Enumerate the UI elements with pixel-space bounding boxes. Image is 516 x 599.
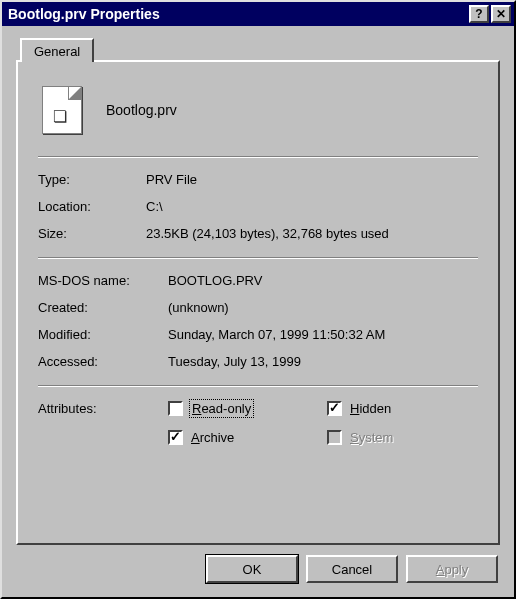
- checkbox-label: System: [350, 430, 393, 445]
- window-title: Bootlog.prv Properties: [8, 6, 467, 22]
- properties-dialog: Bootlog.prv Properties ? ✕ General ❏ Boo…: [0, 0, 516, 599]
- help-button[interactable]: ?: [469, 5, 489, 23]
- document-icon: ❏: [53, 107, 67, 126]
- dosname-label: MS-DOS name:: [38, 273, 168, 288]
- apply-button[interactable]: Apply: [406, 555, 498, 583]
- checkbox-box: [168, 401, 183, 416]
- checkbox-hidden[interactable]: Hidden: [327, 401, 478, 416]
- close-icon: ✕: [496, 8, 506, 20]
- checkbox-box: [327, 430, 342, 445]
- created-label: Created:: [38, 300, 168, 315]
- cancel-label: Cancel: [332, 562, 372, 577]
- accessed-value: Tuesday, July 13, 1999: [168, 354, 478, 369]
- help-icon: ?: [475, 8, 482, 20]
- checkbox-label: Archive: [191, 430, 234, 445]
- tab-panel-general: ❏ Bootlog.prv Type: PRV File Location: C…: [16, 60, 500, 545]
- tab-general-label: General: [34, 44, 80, 59]
- modified-value: Sunday, March 07, 1999 11:50:32 AM: [168, 327, 478, 342]
- ok-button[interactable]: OK: [206, 555, 298, 583]
- accessed-label: Accessed:: [38, 354, 168, 369]
- attributes-label: Attributes:: [38, 401, 168, 445]
- divider: [38, 156, 478, 158]
- size-label: Size:: [38, 226, 146, 241]
- checkbox-box: [327, 401, 342, 416]
- ok-label: OK: [243, 562, 262, 577]
- cancel-button[interactable]: Cancel: [306, 555, 398, 583]
- type-value: PRV File: [146, 172, 478, 187]
- close-button[interactable]: ✕: [491, 5, 511, 23]
- checkbox-box: [168, 430, 183, 445]
- divider: [38, 257, 478, 259]
- tab-general[interactable]: General: [20, 38, 94, 62]
- checkbox-label: Read-only: [191, 401, 252, 416]
- type-label: Type:: [38, 172, 146, 187]
- file-name: Bootlog.prv: [106, 102, 177, 118]
- created-value: (unknown): [168, 300, 478, 315]
- apply-label: Apply: [436, 562, 469, 577]
- divider: [38, 385, 478, 387]
- location-value: C:\: [146, 199, 478, 214]
- checkbox-system: System: [327, 430, 478, 445]
- checkbox-label: Hidden: [350, 401, 391, 416]
- file-icon: ❏: [42, 86, 82, 134]
- checkbox-archive[interactable]: Archive: [168, 430, 319, 445]
- modified-label: Modified:: [38, 327, 168, 342]
- dosname-value: BOOTLOG.PRV: [168, 273, 478, 288]
- checkbox-readonly[interactable]: Read-only: [168, 401, 319, 416]
- size-value: 23.5KB (24,103 bytes), 32,768 bytes used: [146, 226, 478, 241]
- titlebar: Bootlog.prv Properties ? ✕: [2, 2, 514, 26]
- location-label: Location:: [38, 199, 146, 214]
